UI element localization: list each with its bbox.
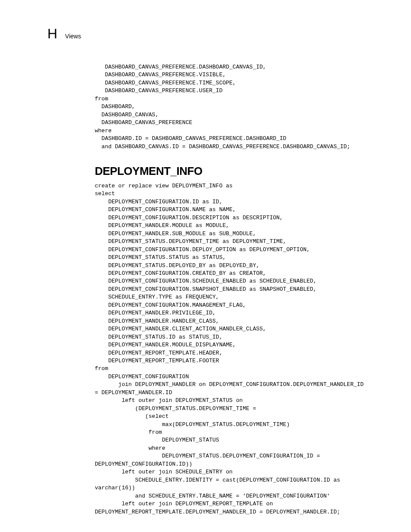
appendix-letter: H [47,26,57,42]
sql-code-block-1: DASHBOARD_CANVAS_PREFERENCE.DASHBOARD_CA… [95,63,385,151]
sql-code-block-2: create or replace view DEPLOYMENT_INFO a… [95,182,385,516]
header-title: Views [65,33,81,40]
section-heading-deployment-info: DEPLOYMENT_INFO [95,165,385,178]
page-container: H Views DASHBOARD_CANVAS_PREFERENCE.DASH… [0,0,411,532]
page-header: H Views [47,26,385,42]
